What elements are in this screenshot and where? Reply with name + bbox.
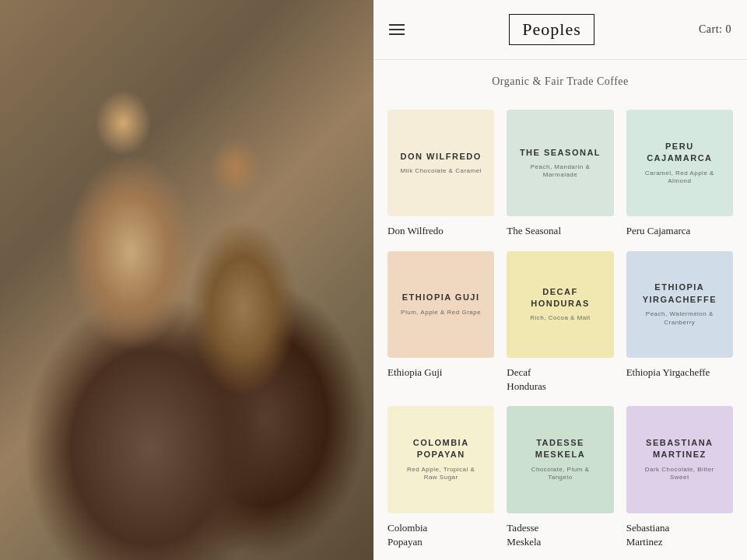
product-item-colombia-popayan[interactable]: COLOMBIA POPAYANRed Apple, Tropical & Ra… — [381, 400, 500, 555]
product-card-don-wilfredo: DON WILFREDOMilk Chocolate & Caramel — [388, 110, 494, 216]
product-card-notes-the-seasonal: Peach, Mandarin & Marmalade — [519, 163, 601, 180]
product-item-ethiopia-guji[interactable]: ETHIOPIA GUJIPlum, Apple & Red GrapeEthi… — [381, 245, 500, 401]
product-card-notes-tadesse-meskela: Chocolate, Plum & Tangelo — [519, 466, 601, 482]
product-display-name-ethiopia-guji: Ethiopia Guji — [388, 366, 442, 380]
product-display-name-peru-cajamarca: Peru Cajamarca — [626, 224, 691, 238]
product-card-notes-don-wilfredo: Milk Chocolate & Caramel — [400, 167, 481, 175]
product-item-sebastiana-martinez[interactable]: SEBASTIANA MARTINEZDark Chocolate, Bitte… — [620, 400, 739, 555]
brand-logo[interactable]: Peoples — [509, 14, 594, 45]
product-display-name-the-seasonal: The Seasonal — [507, 224, 561, 238]
shop-panel: Peoples Cart: 0 Organic & Fair Trade Cof… — [374, 0, 747, 560]
product-item-ethiopia-yirgacheffe[interactable]: ETHIOPIA YIRGACHEFFEPeach, Watermelon & … — [620, 245, 739, 401]
product-card-name-ethiopia-yirgacheffe: ETHIOPIA YIRGACHEFFE — [639, 282, 721, 306]
menu-button[interactable] — [389, 24, 405, 35]
product-item-peru-cajamarca[interactable]: PERU CAJAMARCACaramel, Red Apple & Almon… — [620, 103, 739, 245]
product-card-name-decaf-honduras: DECAF HONDURAS — [519, 286, 601, 310]
product-display-name-tadesse-meskela: Tadesse Meskela — [507, 521, 541, 549]
header: Peoples Cart: 0 — [374, 0, 747, 60]
hero-photo — [0, 0, 374, 560]
product-display-name-ethiopia-yirgacheffe: Ethiopia Yirgacheffe — [626, 366, 710, 380]
product-card-colombia-popayan: COLOMBIA POPAYANRed Apple, Tropical & Ra… — [388, 406, 494, 513]
product-card-peru-cajamarca: PERU CAJAMARCACaramel, Red Apple & Almon… — [626, 110, 733, 216]
product-card-notes-ethiopia-yirgacheffe: Peach, Watermelon & Cranberry — [639, 310, 721, 327]
product-item-decaf-honduras[interactable]: DECAF HONDURASRich, Cocoa & MaltDecaf Ho… — [500, 245, 619, 401]
product-item-tadesse-meskela[interactable]: TADESSE MESKELAChocolate, Plum & Tangelo… — [500, 400, 619, 555]
product-card-tadesse-meskela: TADESSE MESKELAChocolate, Plum & Tangelo — [507, 406, 613, 513]
product-card-name-colombia-popayan: COLOMBIA POPAYAN — [400, 437, 482, 461]
product-card-name-tadesse-meskela: TADESSE MESKELA — [519, 437, 601, 461]
product-card-sebastiana-martinez: SEBASTIANA MARTINEZDark Chocolate, Bitte… — [626, 406, 733, 513]
product-card-notes-decaf-honduras: Rich, Cocoa & Malt — [530, 314, 590, 322]
product-item-the-seasonal[interactable]: THE SEASONALPeach, Mandarin & MarmaladeT… — [500, 103, 619, 245]
product-card-name-peru-cajamarca: PERU CAJAMARCA — [639, 141, 721, 165]
product-card-ethiopia-guji: ETHIOPIA GUJIPlum, Apple & Red Grape — [388, 251, 494, 358]
product-card-name-the-seasonal: THE SEASONAL — [520, 147, 601, 159]
product-card-notes-sebastiana-martinez: Dark Chocolate, Bitter Sweet — [639, 466, 721, 482]
product-display-name-colombia-popayan: Colombia Popayan — [388, 521, 427, 549]
product-card-notes-peru-cajamarca: Caramel, Red Apple & Almond — [639, 170, 721, 186]
product-display-name-don-wilfredo: Don Wilfredo — [388, 224, 444, 238]
product-card-notes-ethiopia-guji: Plum, Apple & Red Grape — [401, 309, 481, 317]
product-card-notes-colombia-popayan: Red Apple, Tropical & Raw Sugar — [400, 466, 482, 482]
product-grid: DON WILFREDOMilk Chocolate & CaramelDon … — [374, 96, 747, 560]
product-display-name-sebastiana-martinez: Sebastiana Martinez — [626, 521, 670, 549]
product-card-ethiopia-yirgacheffe: ETHIOPIA YIRGACHEFFEPeach, Watermelon & … — [626, 251, 733, 358]
product-card-name-don-wilfredo: DON WILFREDO — [401, 151, 482, 163]
product-display-name-decaf-honduras: Decaf Honduras — [507, 366, 546, 394]
cart-count[interactable]: Cart: 0 — [699, 23, 731, 36]
product-card-name-ethiopia-guji: ETHIOPIA GUJI — [402, 292, 480, 303]
page-subtitle: Organic & Fair Trade Coffee — [374, 60, 747, 96]
product-card-name-sebastiana-martinez: SEBASTIANA MARTINEZ — [639, 437, 721, 461]
product-card-decaf-honduras: DECAF HONDURASRich, Cocoa & Malt — [507, 251, 613, 358]
product-item-don-wilfredo[interactable]: DON WILFREDOMilk Chocolate & CaramelDon … — [381, 103, 500, 245]
product-card-the-seasonal: THE SEASONALPeach, Mandarin & Marmalade — [507, 110, 613, 216]
